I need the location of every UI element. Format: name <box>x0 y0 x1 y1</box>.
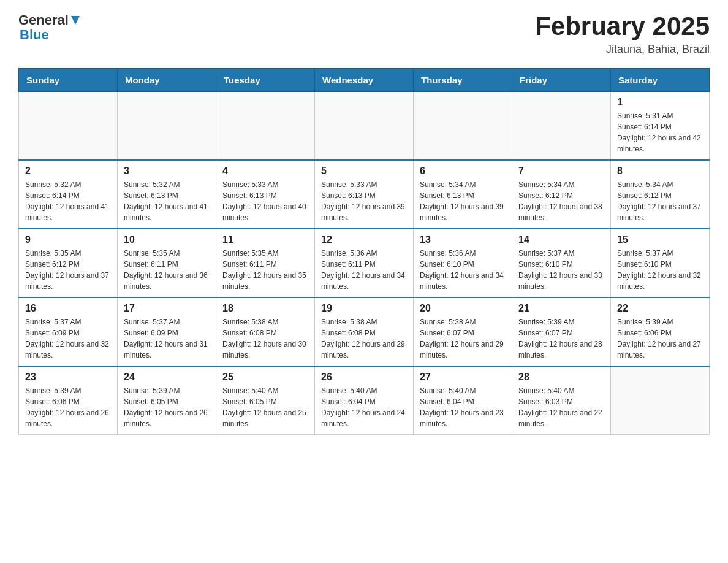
calendar-day-cell: 12Sunrise: 5:36 AM Sunset: 6:11 PM Dayli… <box>315 229 414 297</box>
day-info: Sunrise: 5:33 AM Sunset: 6:13 PM Dayligh… <box>321 179 407 223</box>
calendar-day-cell: 25Sunrise: 5:40 AM Sunset: 6:05 PM Dayli… <box>216 366 315 435</box>
day-info: Sunrise: 5:37 AM Sunset: 6:09 PM Dayligh… <box>25 316 111 361</box>
day-info: Sunrise: 5:37 AM Sunset: 6:10 PM Dayligh… <box>617 248 703 292</box>
day-number: 5 <box>321 166 407 177</box>
calendar-day-cell: 2Sunrise: 5:32 AM Sunset: 6:14 PM Daylig… <box>19 160 118 229</box>
calendar-week-row: 16Sunrise: 5:37 AM Sunset: 6:09 PM Dayli… <box>19 297 710 366</box>
calendar-week-row: 2Sunrise: 5:32 AM Sunset: 6:14 PM Daylig… <box>19 160 710 229</box>
day-number: 21 <box>518 303 604 314</box>
calendar-day-cell: 26Sunrise: 5:40 AM Sunset: 6:04 PM Dayli… <box>315 366 414 435</box>
calendar-week-row: 9Sunrise: 5:35 AM Sunset: 6:12 PM Daylig… <box>19 229 710 297</box>
day-info: Sunrise: 5:40 AM Sunset: 6:04 PM Dayligh… <box>420 385 506 429</box>
day-info: Sunrise: 5:36 AM Sunset: 6:11 PM Dayligh… <box>321 248 407 292</box>
day-info: Sunrise: 5:39 AM Sunset: 6:06 PM Dayligh… <box>25 385 111 429</box>
day-number: 15 <box>617 234 703 245</box>
calendar-day-cell: 20Sunrise: 5:38 AM Sunset: 6:07 PM Dayli… <box>414 297 512 366</box>
svg-marker-0 <box>71 16 80 25</box>
day-number: 3 <box>124 166 210 177</box>
day-info: Sunrise: 5:38 AM Sunset: 6:08 PM Dayligh… <box>321 316 407 361</box>
calendar-day-cell: 24Sunrise: 5:39 AM Sunset: 6:05 PM Dayli… <box>118 366 216 435</box>
calendar-day-cell: 10Sunrise: 5:35 AM Sunset: 6:11 PM Dayli… <box>118 229 216 297</box>
weekday-header-row: SundayMondayTuesdayWednesdayThursdayFrid… <box>19 69 710 92</box>
calendar-day-cell <box>216 92 315 161</box>
day-number: 19 <box>321 303 407 314</box>
day-info: Sunrise: 5:36 AM Sunset: 6:10 PM Dayligh… <box>420 248 506 292</box>
weekday-header-wednesday: Wednesday <box>315 69 414 92</box>
calendar-day-cell: 5Sunrise: 5:33 AM Sunset: 6:13 PM Daylig… <box>315 160 414 229</box>
calendar-day-cell <box>315 92 414 161</box>
calendar-week-row: 1Sunrise: 5:31 AM Sunset: 6:14 PM Daylig… <box>19 92 710 161</box>
calendar-day-cell <box>512 92 611 161</box>
calendar-day-cell: 4Sunrise: 5:33 AM Sunset: 6:13 PM Daylig… <box>216 160 315 229</box>
calendar-day-cell <box>611 366 710 435</box>
calendar-day-cell: 3Sunrise: 5:32 AM Sunset: 6:13 PM Daylig… <box>118 160 216 229</box>
calendar-day-cell: 9Sunrise: 5:35 AM Sunset: 6:12 PM Daylig… <box>19 229 118 297</box>
calendar-day-cell <box>414 92 512 161</box>
day-info: Sunrise: 5:35 AM Sunset: 6:11 PM Dayligh… <box>124 248 210 292</box>
day-number: 12 <box>321 234 407 245</box>
day-number: 17 <box>124 303 210 314</box>
day-number: 9 <box>25 234 111 245</box>
calendar-day-cell: 22Sunrise: 5:39 AM Sunset: 6:06 PM Dayli… <box>611 297 710 366</box>
calendar-day-cell: 15Sunrise: 5:37 AM Sunset: 6:10 PM Dayli… <box>611 229 710 297</box>
day-number: 18 <box>222 303 308 314</box>
day-number: 14 <box>518 234 604 245</box>
day-number: 7 <box>518 166 604 177</box>
calendar-table: SundayMondayTuesdayWednesdayThursdayFrid… <box>18 68 710 435</box>
day-info: Sunrise: 5:33 AM Sunset: 6:13 PM Dayligh… <box>222 179 308 223</box>
calendar-day-cell: 16Sunrise: 5:37 AM Sunset: 6:09 PM Dayli… <box>19 297 118 366</box>
day-info: Sunrise: 5:39 AM Sunset: 6:07 PM Dayligh… <box>518 316 604 361</box>
day-number: 23 <box>25 372 111 383</box>
day-number: 2 <box>25 166 111 177</box>
calendar-day-cell: 13Sunrise: 5:36 AM Sunset: 6:10 PM Dayli… <box>414 229 512 297</box>
title-section: February 2025 Jitauna, Bahia, Brazil <box>535 12 710 56</box>
day-number: 20 <box>420 303 506 314</box>
logo-text-blue: Blue <box>20 27 49 43</box>
calendar-day-cell <box>19 92 118 161</box>
day-number: 6 <box>420 166 506 177</box>
day-info: Sunrise: 5:39 AM Sunset: 6:06 PM Dayligh… <box>617 316 703 361</box>
calendar-day-cell: 1Sunrise: 5:31 AM Sunset: 6:14 PM Daylig… <box>611 92 710 161</box>
logo: General Blue <box>18 12 82 43</box>
day-info: Sunrise: 5:39 AM Sunset: 6:05 PM Dayligh… <box>124 385 210 429</box>
calendar-day-cell: 28Sunrise: 5:40 AM Sunset: 6:03 PM Dayli… <box>512 366 611 435</box>
calendar-day-cell <box>118 92 216 161</box>
day-info: Sunrise: 5:40 AM Sunset: 6:03 PM Dayligh… <box>518 385 604 429</box>
day-number: 16 <box>25 303 111 314</box>
day-info: Sunrise: 5:40 AM Sunset: 6:04 PM Dayligh… <box>321 385 407 429</box>
day-info: Sunrise: 5:32 AM Sunset: 6:13 PM Dayligh… <box>124 179 210 223</box>
logo-text-general: General <box>18 12 69 28</box>
day-info: Sunrise: 5:37 AM Sunset: 6:10 PM Dayligh… <box>518 248 604 292</box>
calendar-title: February 2025 <box>535 12 710 40</box>
calendar-day-cell: 17Sunrise: 5:37 AM Sunset: 6:09 PM Dayli… <box>118 297 216 366</box>
day-info: Sunrise: 5:32 AM Sunset: 6:14 PM Dayligh… <box>25 179 111 223</box>
calendar-week-row: 23Sunrise: 5:39 AM Sunset: 6:06 PM Dayli… <box>19 366 710 435</box>
page-header: General Blue February 2025 Jitauna, Bahi… <box>18 12 710 56</box>
day-info: Sunrise: 5:34 AM Sunset: 6:12 PM Dayligh… <box>518 179 604 223</box>
day-info: Sunrise: 5:38 AM Sunset: 6:07 PM Dayligh… <box>420 316 506 361</box>
calendar-day-cell: 27Sunrise: 5:40 AM Sunset: 6:04 PM Dayli… <box>414 366 512 435</box>
day-number: 25 <box>222 372 308 383</box>
day-info: Sunrise: 5:31 AM Sunset: 6:14 PM Dayligh… <box>617 110 703 155</box>
weekday-header-monday: Monday <box>118 69 216 92</box>
day-info: Sunrise: 5:34 AM Sunset: 6:13 PM Dayligh… <box>420 179 506 223</box>
calendar-day-cell: 14Sunrise: 5:37 AM Sunset: 6:10 PM Dayli… <box>512 229 611 297</box>
weekday-header-thursday: Thursday <box>414 69 512 92</box>
day-number: 11 <box>222 234 308 245</box>
weekday-header-saturday: Saturday <box>611 69 710 92</box>
day-info: Sunrise: 5:35 AM Sunset: 6:11 PM Dayligh… <box>222 248 308 292</box>
day-info: Sunrise: 5:40 AM Sunset: 6:05 PM Dayligh… <box>222 385 308 429</box>
weekday-header-sunday: Sunday <box>19 69 118 92</box>
day-number: 27 <box>420 372 506 383</box>
weekday-header-tuesday: Tuesday <box>216 69 315 92</box>
day-number: 10 <box>124 234 210 245</box>
calendar-day-cell: 18Sunrise: 5:38 AM Sunset: 6:08 PM Dayli… <box>216 297 315 366</box>
day-number: 13 <box>420 234 506 245</box>
day-number: 22 <box>617 303 703 314</box>
day-info: Sunrise: 5:34 AM Sunset: 6:12 PM Dayligh… <box>617 179 703 223</box>
calendar-day-cell: 6Sunrise: 5:34 AM Sunset: 6:13 PM Daylig… <box>414 160 512 229</box>
day-number: 8 <box>617 166 703 177</box>
calendar-day-cell: 21Sunrise: 5:39 AM Sunset: 6:07 PM Dayli… <box>512 297 611 366</box>
day-number: 26 <box>321 372 407 383</box>
calendar-day-cell: 23Sunrise: 5:39 AM Sunset: 6:06 PM Dayli… <box>19 366 118 435</box>
